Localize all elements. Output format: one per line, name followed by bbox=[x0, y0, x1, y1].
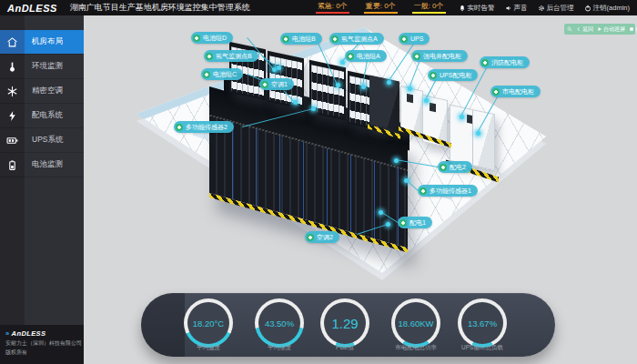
bolt-icon bbox=[6, 110, 18, 122]
sidebar-item-room-layout[interactable]: 机房布局 bbox=[0, 30, 84, 55]
gauge-avg-humidity: 43.50% bbox=[255, 298, 304, 348]
gauge-face: 18.60KW bbox=[395, 302, 437, 344]
alarm-counter-2[interactable]: 一般: 0个 bbox=[412, 2, 446, 14]
callout-pill-battery-group-d[interactable]: 电池组D bbox=[191, 32, 233, 44]
callout-label: 强电井配电柜 bbox=[423, 50, 461, 62]
alarm-counters: 紧急: 0个重要: 0个一般: 0个 bbox=[316, 2, 446, 14]
header-button-label: 后台管理 bbox=[547, 4, 574, 13]
status-dot-icon bbox=[203, 71, 210, 78]
sidebar-item-label: UPS系统 bbox=[25, 128, 84, 153]
stop-icon bbox=[629, 26, 634, 32]
gauge-face: 18.20°C bbox=[187, 302, 229, 344]
battery-icon bbox=[6, 135, 18, 147]
gauge-pue-value: 1.29 bbox=[320, 298, 369, 348]
gauge-value: 1.29 bbox=[331, 316, 358, 331]
callout-label: 市电配电柜 bbox=[502, 86, 534, 97]
scene-toolbar: 返回自动巡屏停止 bbox=[564, 24, 635, 35]
sidebar-item-label: 配电系统 bbox=[25, 104, 84, 128]
gauge-value: 18.60KW bbox=[398, 318, 433, 329]
callout-pill-ups-power-cabinet[interactable]: UPS配电柜 bbox=[428, 69, 478, 81]
gauge-mains-total-power: 18.60KW bbox=[391, 298, 440, 348]
status-dot-icon bbox=[399, 219, 407, 227]
toolbar-item-2[interactable]: 自动巡屏 bbox=[597, 25, 625, 34]
sidebar-item-label: 环境监测 bbox=[25, 55, 84, 79]
callout-pill-ac-unit-2[interactable]: 空调2 bbox=[305, 231, 339, 243]
thermometer-icon bbox=[0, 55, 25, 79]
status-dot-icon bbox=[440, 164, 447, 171]
bolt-icon bbox=[0, 104, 25, 128]
header-button-realtime-alarm[interactable]: 实时告警 bbox=[459, 4, 495, 13]
snowflake-icon bbox=[6, 86, 18, 97]
home-icon bbox=[6, 36, 18, 48]
toolbar-item-1[interactable]: 返回 bbox=[576, 25, 593, 34]
callout-pill-h2-sensor-b[interactable]: 氢气监测点B bbox=[204, 50, 258, 62]
callout-pill-fire-power-cabinet[interactable]: 消防配电柜 bbox=[480, 56, 530, 68]
sidebar-item-power-system[interactable]: 配电系统 bbox=[0, 104, 84, 128]
callout-label: 氢气监测点A bbox=[341, 33, 378, 45]
callout-pill-h2-sensor-a[interactable]: 氢气监测点A bbox=[329, 33, 384, 45]
callout-pill-ac-unit-1[interactable]: 空调1 bbox=[259, 78, 294, 90]
status-dot-icon bbox=[420, 187, 427, 195]
sidebar-item-environment[interactable]: 环境监测 bbox=[0, 55, 84, 79]
status-dot-icon bbox=[481, 59, 489, 66]
header-button-logout[interactable]: 注销(admin) bbox=[584, 4, 630, 13]
callout-label: 多功能传感器1 bbox=[430, 185, 471, 197]
callout-pill-multi-sensor-2[interactable]: 多功能传感器2 bbox=[174, 121, 234, 133]
callout-pill-mains-power-cabinet[interactable]: 市电配电柜 bbox=[490, 86, 541, 97]
thermometer-icon bbox=[6, 61, 18, 73]
callout-label: 消防配电柜 bbox=[491, 56, 523, 68]
sidebar-item-battery-monitor[interactable]: 电池监测 bbox=[0, 153, 84, 177]
status-dot-icon bbox=[400, 35, 408, 43]
callout-pill-ups-unit[interactable]: UPS bbox=[399, 33, 430, 45]
sidebar-item-label: 电池监测 bbox=[25, 153, 84, 177]
gauge-value: 43.50% bbox=[265, 318, 294, 329]
battery-rack bbox=[309, 60, 346, 121]
callout-pill-multi-sensor-1[interactable]: 多功能传感器1 bbox=[418, 185, 478, 197]
alarm-counter-1[interactable]: 重要: 0个 bbox=[364, 2, 398, 14]
battery-vertical-icon bbox=[0, 153, 25, 177]
status-dot-icon bbox=[307, 234, 314, 241]
toolbar-item-zoom[interactable] bbox=[567, 26, 572, 32]
header-button-sound[interactable]: 声音 bbox=[505, 4, 528, 13]
gear-icon bbox=[538, 5, 545, 12]
copyright-text: 版权所有 bbox=[5, 349, 78, 357]
status-dot-icon bbox=[206, 53, 213, 60]
status-dot-icon bbox=[430, 72, 437, 79]
callout-label: 电池组D bbox=[203, 32, 227, 44]
alarm-counter-0[interactable]: 紧急: 0个 bbox=[316, 2, 349, 14]
play-icon bbox=[597, 26, 602, 32]
battery-vertical-icon bbox=[6, 159, 18, 171]
gauge-face: 43.50% bbox=[258, 302, 300, 344]
header-button-admin-console[interactable]: 后台管理 bbox=[538, 4, 574, 13]
chevrons-icon: » bbox=[5, 329, 10, 338]
header-button-label: 实时告警 bbox=[468, 4, 495, 13]
callout-label: UPS bbox=[410, 33, 423, 45]
callout-pill-power-dist-2[interactable]: 配电2 bbox=[438, 161, 472, 173]
status-dot-icon bbox=[413, 53, 420, 60]
gauge-face: 13.67% bbox=[461, 302, 503, 344]
callout-label: 电池组A bbox=[357, 50, 380, 62]
status-dot-icon bbox=[261, 81, 268, 88]
callout-pill-battery-group-c[interactable]: 电池组C bbox=[201, 68, 243, 80]
status-dot-icon bbox=[176, 124, 183, 131]
callout-pill-shaft-power-cabinet[interactable]: 强电井配电柜 bbox=[411, 50, 468, 62]
battery-icon bbox=[0, 128, 25, 153]
gauge-avg-temperature: 18.20°C bbox=[184, 298, 233, 348]
page-title: 湖南广电节目生产基地机房环境监控集中管理系统 bbox=[70, 2, 250, 14]
status-dot-icon bbox=[492, 88, 500, 96]
sidebar-item-ups-system[interactable]: UPS系统 bbox=[0, 128, 84, 153]
ups-cabinet bbox=[369, 75, 399, 130]
snowflake-icon bbox=[0, 79, 25, 104]
gauge-face: 1.29 bbox=[324, 302, 366, 344]
callout-pill-battery-group-b[interactable]: 电池组B bbox=[280, 33, 322, 45]
callout-label: 配电1 bbox=[410, 217, 426, 228]
toolbar-item-3[interactable]: 停止 bbox=[629, 25, 637, 34]
callout-pill-power-dist-1[interactable]: 配电1 bbox=[398, 217, 432, 228]
callout-label: 空调1 bbox=[271, 78, 288, 90]
header-button-label: 注销(admin) bbox=[593, 4, 630, 13]
status-dot-icon bbox=[282, 35, 289, 43]
callout-pill-battery-group-a[interactable]: 电池组A bbox=[345, 50, 387, 62]
sidebar-item-precision-ac[interactable]: 精密空调 bbox=[0, 79, 84, 104]
back-icon bbox=[576, 26, 581, 32]
status-dot-icon bbox=[331, 35, 339, 43]
